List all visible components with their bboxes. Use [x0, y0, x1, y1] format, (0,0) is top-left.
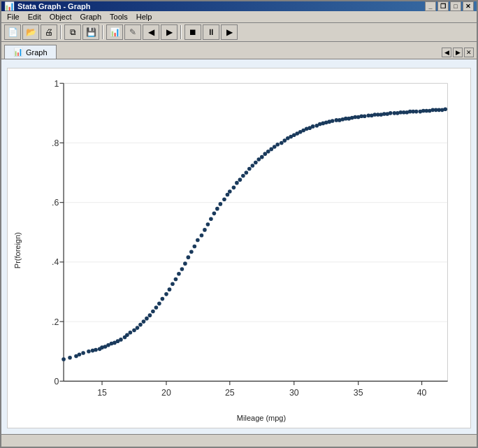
svg-point-57	[148, 313, 152, 317]
graph-area: Pr(foreign)	[1, 59, 477, 434]
svg-text:.2: .2	[52, 317, 59, 327]
svg-text:40: 40	[417, 388, 427, 398]
print-button[interactable]: 🖨	[41, 24, 57, 40]
svg-point-88	[247, 167, 252, 171]
svg-point-63	[168, 287, 172, 291]
svg-text:0: 0	[54, 377, 59, 386]
menu-edit[interactable]: Edit	[24, 11, 45, 22]
svg-point-92	[260, 155, 264, 159]
svg-point-64	[171, 282, 175, 286]
svg-point-108	[311, 124, 315, 129]
tab-container: 📊 Graph ◀ ▶ ✕	[1, 42, 477, 59]
window: 📊 Stata Graph - Graph _ ❐ □ ✕ File Edit …	[0, 0, 478, 448]
tab-icon: 📊	[13, 48, 23, 57]
maximize-button[interactable]: □	[450, 1, 461, 11]
svg-point-79	[219, 202, 223, 206]
svg-point-54	[138, 323, 143, 327]
svg-point-76	[209, 217, 213, 221]
svg-text:1: 1	[54, 79, 59, 89]
svg-point-83	[232, 186, 236, 190]
svg-point-56	[145, 317, 149, 321]
svg-point-86	[241, 174, 245, 178]
svg-text:20: 20	[161, 388, 171, 398]
tab-next-button[interactable]: ▶	[453, 48, 463, 57]
svg-text:15: 15	[97, 388, 107, 398]
menu-tools[interactable]: Tools	[106, 11, 132, 22]
close-button[interactable]: ✕	[463, 1, 474, 11]
toolbar: 📄 📂 🖨 ⧉ 💾 📊 ✎ ◀ ▶ ⏹ ⏸ ▶	[1, 23, 477, 42]
svg-point-53	[136, 326, 140, 330]
save-button[interactable]: 💾	[82, 24, 99, 40]
svg-point-93	[263, 152, 267, 156]
svg-point-90	[254, 161, 258, 165]
svg-point-62	[164, 292, 168, 296]
svg-point-48	[119, 338, 123, 342]
menu-file[interactable]: File	[3, 11, 24, 22]
status-bar	[1, 434, 477, 447]
svg-point-96	[273, 145, 277, 149]
chart-svg: 1 .8 .6 .4 .2 0	[24, 75, 463, 412]
x-axis-label: Mileage (mpg)	[24, 412, 463, 425]
stop-button[interactable]: ⏹	[184, 24, 201, 40]
tab-label: Graph	[26, 48, 48, 57]
menu-object[interactable]: Object	[45, 11, 76, 22]
forward-button[interactable]: ▶	[161, 24, 178, 40]
chart-type-button[interactable]: 📊	[106, 24, 123, 40]
title-bar: 📊 Stata Graph - Graph _ ❐ □ ✕	[1, 1, 477, 11]
window-icon: 📊	[4, 1, 15, 11]
svg-point-50	[125, 333, 129, 337]
svg-point-81	[226, 193, 230, 197]
svg-point-37	[81, 351, 85, 355]
svg-rect-0	[64, 83, 448, 381]
svg-point-87	[245, 171, 249, 175]
back-button[interactable]: ◀	[143, 24, 159, 40]
svg-point-94	[266, 150, 270, 154]
svg-text:30: 30	[289, 388, 299, 398]
svg-point-82	[228, 189, 232, 194]
y-axis-label: Pr(foreign)	[10, 75, 24, 425]
svg-point-91	[257, 157, 261, 161]
svg-point-66	[177, 272, 181, 276]
pause-button[interactable]: ⏸	[203, 24, 219, 40]
separator-1	[60, 25, 61, 39]
svg-text:25: 25	[225, 388, 235, 398]
svg-point-78	[215, 207, 219, 211]
svg-point-80	[222, 197, 226, 201]
svg-text:.4: .4	[52, 257, 59, 267]
svg-point-34	[68, 356, 72, 360]
svg-point-65	[174, 277, 178, 282]
svg-point-140	[414, 110, 419, 114]
minimize-button[interactable]: _	[425, 1, 436, 11]
svg-point-36	[78, 352, 82, 356]
svg-point-61	[161, 297, 165, 301]
svg-point-71	[193, 245, 197, 249]
svg-point-73	[200, 233, 204, 238]
open-button[interactable]: 📂	[22, 24, 39, 40]
svg-text:.8: .8	[52, 138, 59, 148]
edit-tool-button[interactable]: ✎	[124, 24, 141, 40]
svg-point-72	[196, 238, 200, 243]
tab-close-button[interactable]: ✕	[464, 48, 474, 57]
svg-point-40	[94, 348, 98, 352]
svg-point-97	[275, 143, 280, 147]
svg-text:.6: .6	[52, 198, 59, 208]
graph-tab[interactable]: 📊 Graph	[4, 45, 57, 59]
play-button[interactable]: ▶	[221, 24, 238, 40]
tab-prev-button[interactable]: ◀	[442, 48, 451, 57]
svg-point-60	[157, 302, 161, 306]
new-button[interactable]: 📄	[4, 24, 21, 40]
svg-point-124	[363, 115, 367, 119]
svg-point-51	[129, 331, 133, 335]
restore-button[interactable]: ❐	[437, 1, 449, 11]
svg-point-52	[132, 328, 136, 333]
graph-inner: Pr(foreign)	[7, 68, 471, 428]
svg-point-77	[212, 212, 217, 216]
copy-window-button[interactable]: ⧉	[64, 24, 81, 40]
menu-graph[interactable]: Graph	[76, 11, 106, 22]
svg-point-55	[142, 319, 146, 324]
menu-bar: File Edit Object Graph Tools Help	[1, 11, 477, 23]
menu-help[interactable]: Help	[132, 11, 157, 22]
svg-point-149	[443, 107, 447, 111]
svg-point-84	[235, 181, 239, 185]
svg-point-74	[203, 228, 207, 232]
